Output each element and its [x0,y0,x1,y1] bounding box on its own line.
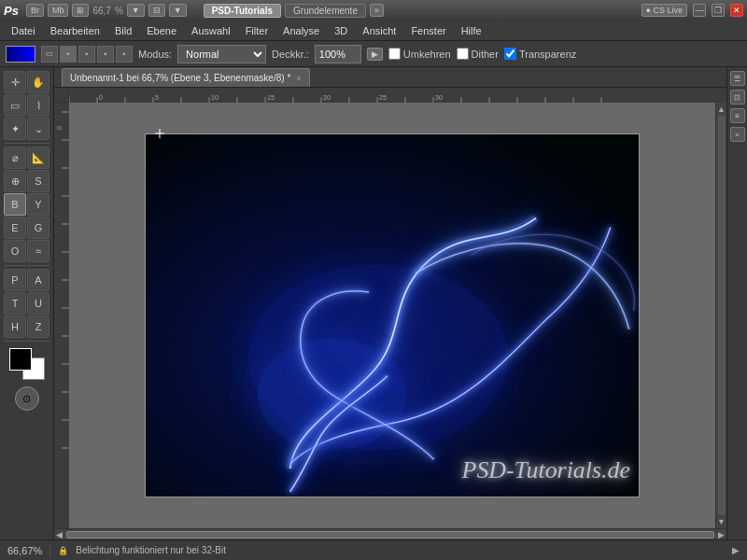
color-boxes [9,348,45,380]
status-info-text: Belichtung funktioniert nur bei 32-Bit [76,545,725,555]
type-tool[interactable]: T [4,292,26,315]
rect-marquee-tool[interactable]: ▭ [4,94,26,117]
svg-text:25: 25 [379,94,387,101]
psd-tutorials-tab[interactable]: PSD-Tutorials [204,4,281,18]
bridge-btn[interactable]: Br [26,4,44,17]
brush-color-swatch[interactable] [6,46,35,63]
ps-logo: Ps [4,4,19,18]
vertical-scrollbar[interactable]: ▲ ▼ [715,103,726,528]
status-expand-arrow[interactable]: ▶ [732,545,740,555]
mini-bridge-btn[interactable]: Mb [48,4,69,17]
fg-color-swatch[interactable] [9,348,32,371]
menu-fenster[interactable]: Fenster [403,23,453,38]
title-bar: Ps Br Mb ⊞ 66,7 % ▼ ⊟ ▼ PSD-Tutorials Gr… [0,0,747,21]
right-panel-layers[interactable]: ☰ [730,71,745,86]
brush-shape-normal[interactable]: ▭ [41,46,58,63]
zoom-unit: % [115,6,123,16]
ruler-tool[interactable]: 📐 [27,147,49,169]
menu-auswahl[interactable]: Auswahl [184,23,238,38]
shape-tool[interactable]: U [27,292,49,315]
tool-group-hand: H Z [4,315,49,338]
menu-filter[interactable]: Filter [238,23,275,38]
brush-shape-color[interactable]: ▪ [97,46,114,63]
right-panel-adjustments[interactable]: ⊡ [730,90,745,105]
quick-mask-button[interactable]: ⊙ [15,386,39,411]
hand-tool[interactable]: H [4,315,26,338]
stamp-tool[interactable]: S [27,170,49,192]
restore-button[interactable]: ❐ [712,4,725,17]
dither-checkbox-label[interactable]: Dither [457,48,499,60]
menu-ansicht[interactable]: Ansicht [355,23,403,38]
menu-analyse[interactable]: Analyse [275,23,327,38]
brush-mode-shapes: ▭ ▪ ▪ ▪ ▪ [41,46,133,63]
cs-live-btn[interactable]: ● CS Live [641,4,687,17]
brush-shape-darken[interactable]: ▪ [78,46,95,63]
hscroll-right-arrow[interactable]: ▶ [716,530,726,539]
modus-select[interactable]: Normal Auflösen Abdunkeln Multiplizieren… [177,45,266,63]
pen-tool[interactable]: P [4,269,26,291]
hscroll-thumb[interactable] [66,531,714,539]
grundelemente-tab[interactable]: Grundelemente [285,4,366,18]
menu-bar: Datei Bearbeiten Bild Ebene Auswahl Filt… [0,21,747,41]
canvas-document[interactable]: PSD-Tutorials.de [145,133,640,497]
status-bar: 66,67% 🔒 Belichtung funktioniert nur bei… [0,539,747,560]
canvas-area: Unbenannt-1 bei 66,7% (Ebene 3, Ebenenma… [54,67,726,539]
quick-select-tool[interactable]: ✦ [4,118,26,140]
zoom-level: 66,67% [7,545,50,556]
menu-bild[interactable]: Bild [107,23,139,38]
gradient-tool[interactable]: G [27,217,49,239]
brush-shape-hue[interactable]: ▪ [116,46,133,63]
arrange-dropdown[interactable]: ▼ [169,4,187,17]
tool-group-brush: B Y [4,193,49,216]
move-tool[interactable]: ✛ [4,71,26,93]
close-button[interactable]: ✕ [730,4,743,17]
vscroll-up-arrow[interactable]: ▲ [717,105,726,114]
history-brush-tool[interactable]: Y [27,193,49,216]
deckraft-arrow[interactable]: ▶ [367,48,383,61]
brush-shape-multiply[interactable]: ▪ [60,46,77,63]
umkehren-checkbox-label[interactable]: Umkehren [388,48,451,60]
crop-tool[interactable]: ⌄ [27,118,49,140]
transparenz-checkbox[interactable] [504,48,516,60]
cs-live-label: CS Live [653,6,683,15]
hand-tool-2[interactable]: ✋ [27,71,49,93]
deckraft-input[interactable] [315,45,361,63]
zoom-dropdown[interactable]: ▼ [127,4,145,17]
canvas-size-btn[interactable]: ⊞ [72,4,89,17]
document-tab[interactable]: Unbenannt-1 bei 66,7% (Ebene 3, Ebenenma… [62,68,310,87]
path-select-tool[interactable]: A [27,269,49,291]
smudge-tool[interactable]: ≈ [27,240,49,262]
heal-tool[interactable]: ⊕ [4,170,26,192]
brush-tool[interactable]: B [4,193,26,216]
menu-ebene[interactable]: Ebene [139,23,184,38]
modus-label: Modus: [138,49,172,60]
right-panel-channels[interactable]: ≡ [730,108,745,123]
arrange-btn[interactable]: ⊟ [148,4,165,17]
umkehren-checkbox[interactable] [388,48,401,60]
menu-datei[interactable]: Datei [4,23,43,38]
transparenz-checkbox-label[interactable]: Transparenz [504,48,576,60]
menu-bearbeiten[interactable]: Bearbeiten [43,23,107,38]
horizontal-scrollbar[interactable]: ◀ ▶ [54,528,726,539]
vscroll-down-arrow[interactable]: ▼ [717,517,726,526]
menu-hilfe[interactable]: Hilfe [454,23,489,38]
eyedropper-tool[interactable]: ⌀ [4,147,26,169]
tool-group-select: ✛ ✋ [4,71,49,93]
ruler-corner[interactable] [54,88,69,103]
overflow-tabs-btn[interactable]: » [370,4,384,17]
document-close-btn[interactable]: × [296,74,301,83]
lasso-tool[interactable]: ⌇ [27,94,49,117]
eraser-tool[interactable]: E [4,217,26,239]
svg-rect-0 [69,88,726,103]
dither-checkbox[interactable] [457,48,469,60]
vscroll-thumb[interactable] [718,116,726,515]
zoom-tool[interactable]: Z [27,315,49,338]
menu-3d[interactable]: 3D [327,23,355,38]
minimize-button[interactable]: — [693,4,706,17]
tool-group-heal: ⊕ S [4,170,49,192]
svg-text:30: 30 [435,94,443,101]
dodge-tool[interactable]: O [4,240,26,262]
right-panel-collapse[interactable]: » [730,127,745,142]
svg-text:0: 0 [56,126,63,130]
hscroll-left-arrow[interactable]: ◀ [54,530,64,539]
